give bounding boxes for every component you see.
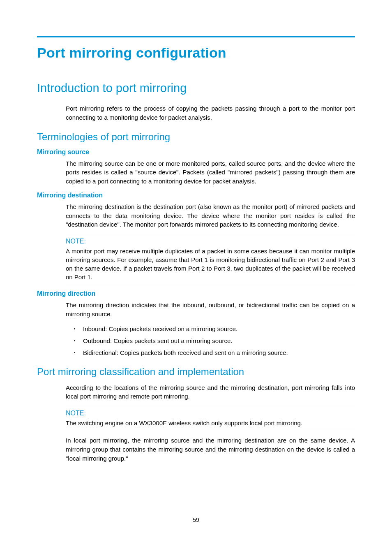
page-number: 59 <box>0 517 392 523</box>
mirroring-source-paragraph: The mirroring source can be one or more … <box>37 159 355 186</box>
direction-bullet-list: Inbound: Copies packets received on a mi… <box>37 324 355 357</box>
list-item: Outbound: Copies packets sent out a mirr… <box>83 336 355 345</box>
intro-paragraph: Port mirroring refers to the process of … <box>37 104 355 122</box>
mirroring-direction-paragraph: The mirroring direction indicates that t… <box>37 301 355 319</box>
top-rule <box>37 36 355 37</box>
topic-heading-mirroring-direction: Mirroring direction <box>37 290 355 297</box>
list-item: Inbound: Copies packets received on a mi… <box>83 324 355 333</box>
mirroring-destination-paragraph: The mirroring destination is the destina… <box>37 202 355 229</box>
local-mirroring-paragraph: In local port mirroring, the mirroring s… <box>37 436 355 463</box>
section-heading-intro: Introduction to port mirroring <box>37 81 355 95</box>
note-text: A monitor port may receive multiple dupl… <box>66 247 355 281</box>
subsection-heading-classification: Port mirroring classification and implem… <box>37 366 355 378</box>
subsection-heading-terminologies: Terminologies of port mirroring <box>37 131 355 143</box>
note-label: NOTE: <box>66 410 355 417</box>
classification-paragraph: According to the locations of the mirror… <box>37 383 355 401</box>
list-item: Bidirectional: Copies packets both recei… <box>83 348 355 357</box>
note-text: The switching engine on a WX3000E wirele… <box>66 419 355 427</box>
note-label: NOTE: <box>66 238 355 245</box>
note-box: NOTE: A monitor port may receive multipl… <box>66 235 355 284</box>
page-title: Port mirroring configuration <box>37 45 355 61</box>
note-box: NOTE: The switching engine on a WX3000E … <box>66 407 355 430</box>
topic-heading-mirroring-source: Mirroring source <box>37 148 355 156</box>
topic-heading-mirroring-destination: Mirroring destination <box>37 192 355 199</box>
document-page: Port mirroring configuration Introductio… <box>0 0 392 533</box>
